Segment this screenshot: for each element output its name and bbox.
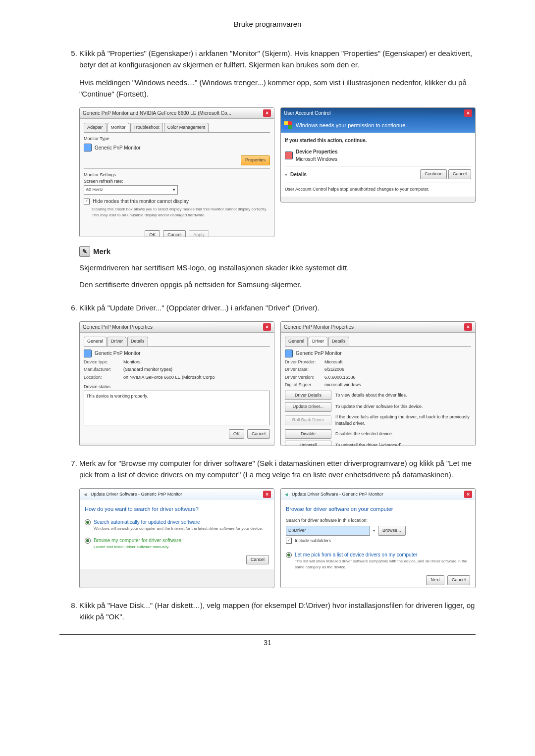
cancel-button[interactable]: Cancel <box>246 555 269 565</box>
uac-banner: Windows needs your permission to contion… <box>296 121 407 130</box>
option-search-auto[interactable]: Search automatically for updated driver … <box>85 518 269 532</box>
tab-adapter[interactable]: Adapter <box>84 123 107 132</box>
option-pick-from-list[interactable]: Let me pick from a list of device driver… <box>286 551 470 570</box>
close-icon[interactable]: × <box>263 323 271 331</box>
ok-button[interactable]: OK <box>229 429 244 439</box>
monitor-name: Generic PnP Monitor <box>95 350 141 357</box>
update-driver-button[interactable]: Update Driver... <box>285 402 331 412</box>
hide-modes-label: Hide modes that this monitor cannot disp… <box>93 198 189 205</box>
disable-button[interactable]: Disable <box>285 429 331 439</box>
location-label: Location: <box>84 374 123 381</box>
ok-button[interactable]: OK <box>145 230 160 237</box>
monitor-settings-label: Monitor Settings <box>84 172 270 179</box>
dialog-title: Generic PnP Monitor Properties <box>83 323 153 331</box>
tabs: Adapter Monitor Troubleshoot Color Manag… <box>84 123 270 133</box>
tab-color-management[interactable]: Color Management <box>164 123 209 132</box>
page-header: Bruke programvaren <box>59 20 476 28</box>
path-input[interactable]: D:\Driver <box>286 526 370 536</box>
update-driver-wizard-1: ◄ Update Driver Software - Generic PnP M… <box>79 488 274 588</box>
date-value: 6/21/2006 <box>324 366 344 373</box>
tab-monitor[interactable]: Monitor <box>107 123 129 132</box>
cancel-button[interactable]: Cancel <box>247 429 270 439</box>
driver-properties-dialog: Generic PnP Monitor Properties × General… <box>280 321 476 446</box>
step-6-para: Klikk på "Update Driver..." (Oppdater dr… <box>79 303 320 312</box>
location-value: on NVIDIA GeForce 6600 LE (Microsoft Cor… <box>123 374 215 381</box>
signer-label: Digital Signer: <box>285 382 324 389</box>
program-icon <box>285 151 293 159</box>
next-button[interactable]: Next <box>426 575 444 585</box>
option-title: Let me pick from a list of device driver… <box>295 551 470 558</box>
tab-driver[interactable]: Driver <box>107 337 126 346</box>
devtype-label: Device type: <box>84 359 123 366</box>
option-sub: This list will show installed driver sof… <box>295 558 470 570</box>
apply-button[interactable]: Apply <box>189 230 209 237</box>
note-heading: Merk <box>93 246 110 257</box>
search-label: Search for driver software in this locat… <box>286 517 470 524</box>
properties-button[interactable]: Properties <box>241 155 270 165</box>
tab-details[interactable]: Details <box>328 337 349 346</box>
close-icon[interactable]: × <box>464 109 472 117</box>
dialog-title: Generic PnP Monitor Properties <box>284 323 354 331</box>
uac-if-started: If you started this action, continue. <box>285 137 471 144</box>
radio-icon <box>85 538 91 544</box>
uac-details[interactable]: Details <box>290 171 307 178</box>
devtype-value: Monitors <box>123 359 141 366</box>
include-subfolders-checkbox[interactable]: ✓ <box>286 538 292 544</box>
include-subfolders-label: Include subfolders <box>295 538 331 545</box>
tab-general[interactable]: General <box>285 337 308 346</box>
radio-icon <box>85 519 91 525</box>
option-browse[interactable]: Browse my computer for driver software L… <box>85 537 269 550</box>
option-sub: Windows will search your computer and th… <box>94 526 263 532</box>
note-heading-row: ✎ Merk <box>79 246 476 257</box>
monitor-type-value: Generic PnP Monitor <box>95 144 141 151</box>
chevron-down-icon[interactable]: ▾ <box>285 171 287 178</box>
wizard-heading: How do you want to search for driver sof… <box>85 505 269 513</box>
continue-button[interactable]: Continue <box>420 169 447 179</box>
cancel-button[interactable]: Cancel <box>447 575 470 585</box>
close-icon[interactable]: × <box>464 491 472 498</box>
uac-program-name: Device Properties <box>296 148 338 155</box>
refresh-rate-select[interactable]: 60 Hertz ▾ <box>84 185 178 195</box>
close-icon[interactable]: × <box>263 491 271 498</box>
tab-driver[interactable]: Driver <box>309 337 327 346</box>
signer-value: microsoft windows <box>324 382 361 389</box>
uac-footer: User Account Control helps stop unauthor… <box>285 186 471 193</box>
uninstall-desc: To uninstall the driver (Advanced). <box>335 442 471 446</box>
monitor-properties-dialog: Generic PnP Monitor and NVIDIA GeForce 6… <box>79 107 274 237</box>
close-icon[interactable]: × <box>464 323 472 331</box>
date-label: Driver Date: <box>285 366 324 373</box>
driver-details-button[interactable]: Driver Details <box>285 391 331 401</box>
driver-details-desc: To view details about the driver files. <box>335 392 471 399</box>
option-sub: Locate and install driver software manua… <box>94 544 181 550</box>
hide-modes-checkbox[interactable]: ✓ <box>84 199 90 204</box>
monitor-icon <box>84 144 92 151</box>
wizard-breadcrumb: Update Driver Software - Generic PnP Mon… <box>292 491 383 498</box>
monitor-icon <box>285 350 293 357</box>
note-icon: ✎ <box>79 246 90 257</box>
step-6: Klikk på "Update Driver..." (Oppdater dr… <box>79 302 476 447</box>
disable-desc: Disables the selected device. <box>335 431 471 438</box>
step-5: Klikk på "Properties" (Egenskaper) i ark… <box>79 48 476 291</box>
back-icon[interactable]: ◄ <box>284 491 289 498</box>
cancel-button[interactable]: Cancel <box>448 169 471 179</box>
monitor-type-label: Monitor Type <box>84 136 270 143</box>
rollback-driver-button[interactable]: Roll Back Driver <box>285 415 331 425</box>
tab-troubleshoot[interactable]: Troubleshoot <box>130 123 163 132</box>
page: Bruke programvaren Klikk på "Properties"… <box>0 0 535 756</box>
uac-dialog: User Account Control × Windows needs you… <box>280 107 476 202</box>
provider-value: Microsoft <box>324 359 343 366</box>
tab-general[interactable]: General <box>84 337 107 346</box>
cancel-button[interactable]: Cancel <box>163 230 186 237</box>
chevron-down-icon[interactable]: ▾ <box>373 528 375 534</box>
step-5-para2: Hvis meldingen "Windows needs…" (Windows… <box>79 77 476 100</box>
uac-title: User Account Control <box>284 109 331 117</box>
browse-button[interactable]: Browse... <box>378 526 406 536</box>
close-icon[interactable]: × <box>263 109 271 117</box>
footer-rule <box>59 634 476 635</box>
general-properties-dialog: Generic PnP Monitor Properties × General… <box>79 321 274 446</box>
back-icon[interactable]: ◄ <box>83 491 88 498</box>
uac-publisher: Microsoft Windows <box>296 155 338 163</box>
tab-details[interactable]: Details <box>127 337 148 346</box>
wizard-breadcrumb: Update Driver Software - Generic PnP Mon… <box>91 491 182 498</box>
uninstall-button[interactable]: Uninstall <box>285 441 331 446</box>
